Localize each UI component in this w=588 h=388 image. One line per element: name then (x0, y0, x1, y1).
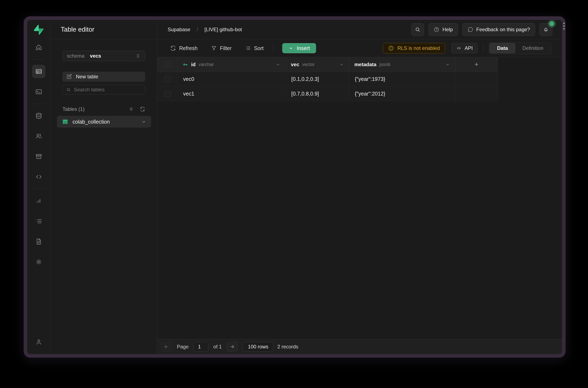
primary-key-icon (183, 62, 188, 67)
refresh-button[interactable]: Refresh (170, 45, 197, 51)
view-mode-tabs: Data Definition (489, 42, 552, 54)
column-name: metadata (354, 62, 376, 68)
alert-circle-icon (388, 45, 394, 51)
next-page-button[interactable] (227, 342, 238, 352)
page-number-input[interactable] (194, 342, 208, 352)
tab-data[interactable]: Data (490, 43, 515, 53)
rls-warning-badge[interactable]: RLS is not enabled (383, 43, 445, 53)
sort-button[interactable]: Sort (245, 45, 264, 51)
gear-icon (35, 258, 42, 266)
row-select-cell (157, 72, 178, 86)
table-row[interactable]: vec0 [0.1,0.2,0.3] {"year":1973} (157, 72, 498, 87)
column-name: id (191, 62, 196, 68)
schema-select-label: schema (67, 53, 84, 59)
column-name: vec (291, 62, 299, 68)
help-button[interactable]: Help (428, 23, 458, 36)
window-handle-dots (563, 23, 565, 29)
new-table-label: New table (76, 74, 98, 80)
cell-vec[interactable]: [0.7,0.8,0.9] (286, 87, 349, 101)
search-icon (66, 87, 71, 92)
top-bar: Supabase / [LIVE] github-bot Help Feedba… (157, 20, 562, 39)
data-grid: id varchar vec vector meta (157, 57, 498, 101)
table-list-item-colab-collection[interactable]: colab_collection (57, 116, 151, 128)
rail-divider (32, 189, 46, 189)
table-green-icon (62, 118, 69, 125)
toolbar-divider (273, 44, 273, 53)
rail-item-table-editor[interactable] (32, 65, 46, 78)
cell-metadata[interactable]: {"year":2012} (349, 87, 455, 101)
search-button[interactable] (411, 23, 424, 36)
rail-item-edge-functions[interactable] (32, 170, 46, 184)
rail-item-home[interactable] (32, 41, 46, 54)
search-icon (415, 27, 420, 32)
column-header-id[interactable]: id varchar (178, 57, 286, 72)
main-panel: Supabase / [LIVE] github-bot Help Feedba… (157, 20, 562, 354)
toolbar-divider (483, 44, 483, 53)
app-window: Table editor schema vecs New table (24, 16, 565, 358)
chevron-down-icon[interactable] (445, 62, 450, 67)
rail-item-database[interactable] (32, 109, 46, 122)
cell-vec[interactable]: [0.1,0.2,0.3] (286, 72, 349, 86)
sort-list-icon (245, 45, 251, 51)
row-checkbox[interactable] (164, 76, 171, 82)
search-tables-input[interactable] (74, 87, 142, 93)
rail-item-logs[interactable] (32, 215, 46, 228)
arrow-right-icon (229, 344, 235, 349)
chevron-down-icon[interactable] (275, 62, 281, 67)
schema-select-value: vecs (90, 53, 101, 59)
filter-label: Filter (220, 45, 232, 51)
cell-id[interactable]: vec0 (178, 72, 286, 86)
home-icon (35, 44, 42, 51)
notification-indicator-dot (549, 21, 554, 26)
insert-button[interactable]: Insert (282, 43, 316, 53)
breadcrumb-separator: / (196, 26, 198, 33)
api-button[interactable]: API (451, 43, 478, 53)
cell-metadata[interactable]: {"year":1973} (349, 72, 455, 86)
column-header-vec[interactable]: vec vector (286, 57, 349, 72)
rail-item-authentication[interactable] (32, 129, 46, 143)
rail-item-storage[interactable] (32, 150, 46, 163)
select-all-checkbox[interactable] (164, 61, 171, 68)
cell-id[interactable]: vec1 (178, 87, 286, 101)
breadcrumb-org[interactable]: Supabase (168, 27, 190, 32)
records-count: 2 records (277, 344, 298, 350)
tab-definition[interactable]: Definition (515, 43, 550, 53)
sort-label: Sort (254, 45, 264, 51)
filter-button[interactable]: Filter (211, 45, 232, 51)
table-row[interactable]: vec1 [0.7,0.8,0.9] {"year":2012} (157, 87, 498, 101)
rail-item-sql-editor[interactable] (32, 85, 46, 98)
rail-item-reports[interactable] (32, 194, 46, 208)
refresh-tables-button[interactable] (140, 106, 145, 112)
search-tables-field[interactable] (62, 85, 145, 95)
rows-per-page-button[interactable]: 100 rows (243, 342, 273, 352)
previous-page-button[interactable] (161, 342, 172, 352)
database-icon (35, 112, 42, 120)
breadcrumb-project[interactable]: [LIVE] github-bot (204, 27, 242, 32)
plus-icon: + (474, 61, 478, 68)
arrow-left-icon (164, 344, 169, 349)
bell-icon (543, 27, 549, 32)
user-icon (35, 338, 42, 345)
row-checkbox[interactable] (164, 91, 171, 97)
code-icon (35, 173, 42, 180)
column-header-metadata[interactable]: metadata jsonb (349, 57, 455, 72)
refresh-icon (170, 45, 176, 51)
schema-select[interactable]: schema vecs (62, 51, 145, 61)
rail-item-docs[interactable] (32, 235, 46, 248)
supabase-logo[interactable] (27, 20, 50, 39)
users-icon (35, 133, 42, 140)
feedback-button[interactable]: Feedback on this page? (462, 23, 535, 36)
feedback-label: Feedback on this page? (476, 27, 530, 32)
collapse-all-button[interactable] (128, 106, 134, 112)
rail-item-settings[interactable] (32, 255, 46, 268)
rail-item-account[interactable] (32, 335, 46, 349)
table-item-label: colab_collection (73, 119, 110, 125)
add-column-button[interactable]: + (455, 57, 498, 72)
chevron-down-icon[interactable] (339, 62, 344, 67)
app-content: Table editor schema vecs New table (27, 20, 562, 354)
breadcrumb: Supabase / [LIVE] github-bot (168, 26, 242, 33)
page-title: Table editor (50, 20, 157, 39)
new-table-button[interactable]: New table (62, 72, 145, 82)
supabase-logo-icon (34, 25, 44, 35)
list-icon (35, 218, 42, 225)
